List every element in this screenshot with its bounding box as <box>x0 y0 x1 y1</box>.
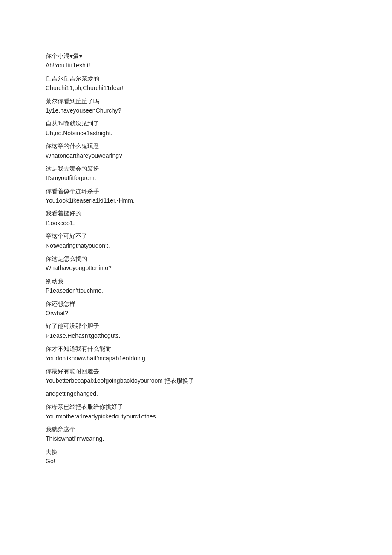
subtitle-en: I1ookcoo1. <box>46 218 346 228</box>
subtitle-block: 我就穿这个ThisiswhatI'mwearing. <box>46 424 346 444</box>
subtitle-en: 1y1e,haveyouseenChurchy? <box>46 106 346 115</box>
subtitle-block: 你最好有能耐回屋去Youbetterbecapab1eofgoingbackto… <box>46 366 346 386</box>
subtitle-en: Youdon'tknowwhatI'mcapab1eofdoing. <box>46 354 346 363</box>
subtitle-en: Go! <box>46 456 346 466</box>
subtitle-en: Uh,no.Notsince1astnight. <box>46 128 346 138</box>
subtitle-block: 好了他可没那个胆子P1ease.Hehasn'tgottheguts. <box>46 321 346 340</box>
subtitle-zh: 你这穿的什么鬼玩意 <box>46 141 346 151</box>
subtitle-en: andgettingchanged. <box>46 389 346 398</box>
subtitle-en: P1easedon'ttouchme. <box>46 286 346 295</box>
subtitle-zh: 丘吉尔丘吉尔亲爱的 <box>46 74 346 83</box>
subtitle-block: 你还想怎样Orwhat? <box>46 299 346 318</box>
subtitle-en: It'smyoutfitforprom. <box>46 173 346 183</box>
subtitle-block: 去换Go! <box>46 447 346 466</box>
subtitle-en: Whathaveyougotteninto? <box>46 263 346 273</box>
subtitle-en: Ah!You1itt1eshit! <box>46 61 346 70</box>
subtitle-zh: 你这是怎么搞的 <box>46 254 346 263</box>
subtitle-zh: 好了他可没那个胆子 <box>46 321 346 331</box>
subtitle-list: 你个小混♥蛋♥Ah!You1itt1eshit!丘吉尔丘吉尔亲爱的Churchi… <box>46 51 346 466</box>
subtitle-block: 莱尔你看到丘丘了吗1y1e,haveyouseenChurchy? <box>46 96 346 116</box>
subtitle-block: 我看着挺好的I1ookcoo1. <box>46 209 346 228</box>
subtitle-zh: 你母亲已经把衣服给你挑好了 <box>46 402 346 411</box>
subtitle-zh: 去换 <box>46 447 346 456</box>
subtitle-block: 穿这个可好不了Notwearingthatyoudon't. <box>46 231 346 250</box>
subtitle-block: 你才不知道我有什么能耐Youdon'tknowwhatI'mcapab1eofd… <box>46 344 346 363</box>
subtitle-block: 你这是怎么搞的Whathaveyougotteninto? <box>46 254 346 273</box>
subtitle-block: 这是我去舞会的装扮It'smyoutfitforprom. <box>46 164 346 183</box>
subtitle-block: 你母亲已经把衣服给你挑好了Yourmothera1readypickedouty… <box>46 402 346 421</box>
subtitle-zh: 这是我去舞会的装扮 <box>46 164 346 173</box>
subtitle-zh: 你最好有能耐回屋去 <box>46 366 346 376</box>
subtitle-block: andgettingchanged. <box>46 389 346 398</box>
subtitle-block: 你看着像个连环杀手You1ook1ikeaseria1ki11er.-Hmm. <box>46 186 346 206</box>
subtitle-zh: 你看着像个连环杀手 <box>46 186 346 196</box>
subtitle-zh: 你才不知道我有什么能耐 <box>46 344 346 353</box>
subtitle-en: Orwhat? <box>46 308 346 318</box>
subtitle-en: You1ook1ikeaseria1ki11er.-Hmm. <box>46 196 346 205</box>
subtitle-zh: 你个小混♥蛋♥ <box>46 51 346 61</box>
subtitle-en: Whatonearthareyouwearing? <box>46 151 346 160</box>
subtitle-en: Yourmothera1readypickedoutyourc1othes. <box>46 412 346 421</box>
subtitle-block: 丘吉尔丘吉尔亲爱的Churchi11,oh,Churchi11dear! <box>46 74 346 93</box>
subtitle-en: ThisiswhatI'mwearing. <box>46 434 346 443</box>
subtitle-block: 自从昨晚就没见到了Uh,no.Notsince1astnight. <box>46 119 346 138</box>
subtitle-zh: 你还想怎样 <box>46 299 346 308</box>
subtitle-zh: 我就穿这个 <box>46 424 346 434</box>
subtitle-zh: 我看着挺好的 <box>46 209 346 218</box>
subtitle-en: Notwearingthatyoudon't. <box>46 241 346 250</box>
subtitle-block: 别动我P1easedon'ttouchme. <box>46 276 346 296</box>
subtitle-block: 你这穿的什么鬼玩意Whatonearthareyouwearing? <box>46 141 346 160</box>
subtitle-block: 你个小混♥蛋♥Ah!You1itt1eshit! <box>46 51 346 70</box>
subtitle-zh: 自从昨晚就没见到了 <box>46 119 346 128</box>
subtitle-en: Youbetterbecapab1eofgoingbacktoyourroom … <box>46 376 346 385</box>
subtitle-zh: 莱尔你看到丘丘了吗 <box>46 96 346 106</box>
subtitle-en: P1ease.Hehasn'tgottheguts. <box>46 331 346 340</box>
subtitle-zh: 别动我 <box>46 276 346 286</box>
subtitle-zh: 穿这个可好不了 <box>46 231 346 241</box>
subtitle-en: Churchi11,oh,Churchi11dear! <box>46 83 346 93</box>
